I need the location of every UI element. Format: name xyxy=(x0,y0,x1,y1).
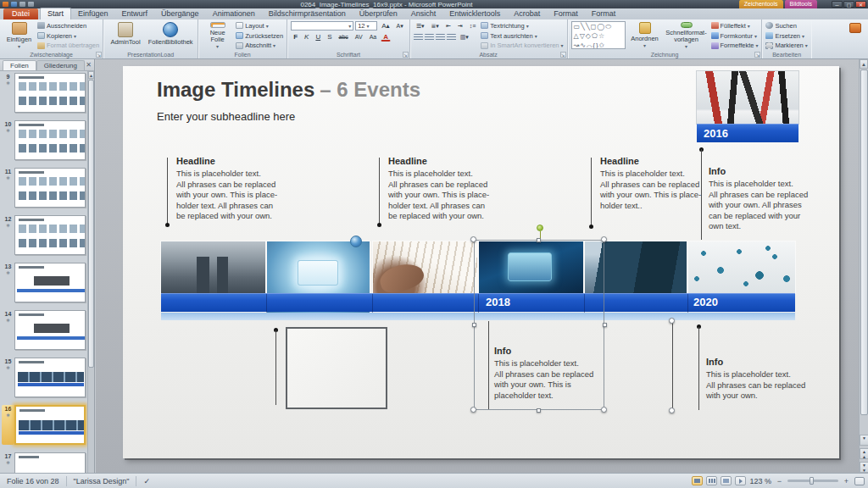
info-block-right[interactable]: Info This is placeholder text. All phras… xyxy=(706,357,805,402)
selection-handle[interactable] xyxy=(669,318,675,324)
selection-handle[interactable] xyxy=(601,236,607,242)
shape-outline-button[interactable]: Formkontur▾ xyxy=(711,31,759,41)
replace-button[interactable]: Ersetzen▾ xyxy=(765,31,807,41)
columns-button[interactable]: ▥▾ xyxy=(458,32,471,42)
shape-effects-button[interactable]: Formeffekte▾ xyxy=(711,41,759,50)
tab-uebergaenge[interactable]: Übergänge xyxy=(154,8,206,19)
bold-button[interactable]: F xyxy=(291,32,300,42)
numbering-button[interactable]: ≣▾ xyxy=(429,21,442,30)
panel-close-icon[interactable]: ✕ xyxy=(86,60,92,70)
copy-button[interactable]: Kopieren▾ xyxy=(37,31,99,41)
info-block-center[interactable]: Info This is placeholder text. All phras… xyxy=(494,346,593,401)
fit-to-window-button[interactable] xyxy=(854,477,865,485)
timeline-photo-people-network[interactable] xyxy=(688,241,795,293)
empty-placeholder-box[interactable] xyxy=(286,327,387,409)
slide-subtitle[interactable]: Enter your subheadline here xyxy=(157,110,295,123)
tab-format-bildtools[interactable]: Format xyxy=(585,8,623,19)
zoom-slider-thumb[interactable] xyxy=(810,477,814,485)
panel-scroll-thumb[interactable] xyxy=(88,80,94,368)
bullets-button[interactable]: ☰▾ xyxy=(414,21,427,30)
drawing-dialog-launcher[interactable]: ↘ xyxy=(754,52,760,58)
slide-thumbnail-10[interactable]: 10∗ xyxy=(2,120,88,160)
strikethrough-button[interactable]: abc xyxy=(337,32,351,42)
drawing-tools-header[interactable]: Zeichentools xyxy=(739,0,783,8)
selection-handle[interactable] xyxy=(537,238,541,242)
new-slide-button[interactable]: Neue Folie▾ xyxy=(202,21,233,50)
slide-thumbnail-15[interactable]: 15∗ xyxy=(2,358,88,397)
scroll-down-icon[interactable]: ▼ xyxy=(860,435,868,446)
panel-tab-folien[interactable]: Folien xyxy=(3,60,36,70)
selection-handle[interactable] xyxy=(669,408,675,413)
tab-einfuegen[interactable]: Einfügen xyxy=(71,8,115,19)
tab-start[interactable]: Start xyxy=(40,8,71,19)
undo-icon[interactable] xyxy=(19,2,25,7)
tab-entwurf[interactable]: Entwurf xyxy=(115,8,155,19)
selection-handle[interactable] xyxy=(537,408,541,413)
scroll-thumb[interactable] xyxy=(860,69,868,415)
text-direction-button[interactable]: Textrichtung▾ xyxy=(481,21,563,30)
decrease-indent-button[interactable]: ⇤ xyxy=(443,21,453,30)
change-case-button[interactable]: Aa xyxy=(367,32,380,42)
slide-sorter-view-button[interactable] xyxy=(706,476,717,485)
selection-handle[interactable] xyxy=(601,407,607,413)
headline-block-2[interactable]: Headline This is placeholder text. All p… xyxy=(388,156,489,222)
section-button[interactable]: Abschnitt▾ xyxy=(236,41,283,50)
vertical-scrollbar[interactable]: ▲ ▼ ▲▲ ▼▼ xyxy=(859,59,868,473)
align-left-button[interactable] xyxy=(414,34,423,41)
tab-ansicht[interactable]: Ansicht xyxy=(404,8,443,19)
paragraph-dialog-launcher[interactable]: ↘ xyxy=(560,52,566,58)
rotation-handle[interactable] xyxy=(537,225,543,231)
reset-button[interactable]: Zurücksetzen xyxy=(236,31,283,41)
slide-thumbnail-9[interactable]: 9∗ xyxy=(2,73,88,113)
minimize-button[interactable]: ─ xyxy=(832,1,843,8)
headline-block-3[interactable]: Headline This is placeholder text. All p… xyxy=(600,156,701,211)
slide-thumbnail-17[interactable]: 17∗ xyxy=(2,452,88,473)
tab-acrobat[interactable]: Acrobat xyxy=(507,8,547,19)
character-spacing-button[interactable]: AV xyxy=(353,32,365,42)
arrange-button[interactable]: Anordnen▾ xyxy=(628,21,662,50)
slide-thumbnail-13[interactable]: 13∗ xyxy=(2,263,88,302)
timeline-photo-lobby[interactable] xyxy=(161,241,265,293)
save-icon[interactable] xyxy=(11,2,17,7)
slide-16[interactable]: Image Timelines– 6 Events Enter your sub… xyxy=(123,66,839,458)
folienbibliothek-button[interactable]: FolienBibliothek xyxy=(147,21,194,50)
panel-scroll-up-icon[interactable]: ▲ xyxy=(88,71,94,79)
selection-handle[interactable] xyxy=(603,323,607,327)
selection-handle[interactable] xyxy=(470,236,476,242)
font-dialog-launcher[interactable]: ↘ xyxy=(403,52,409,58)
increase-indent-button[interactable]: ⇥ xyxy=(455,21,465,30)
underline-button[interactable]: U xyxy=(313,32,323,42)
slide-thumbnail-12[interactable]: 12∗ xyxy=(2,215,88,255)
normal-view-button[interactable] xyxy=(692,476,703,485)
timeline-photo-hand-keyboard[interactable] xyxy=(373,241,477,293)
convert-smartart-button[interactable]: In SmartArt konvertieren▾ xyxy=(481,41,563,50)
font-color-button[interactable]: A xyxy=(381,32,391,42)
info-block-top[interactable]: Info This is placeholder text. All phras… xyxy=(709,166,808,232)
decrease-font-icon[interactable]: A▾ xyxy=(394,21,406,30)
cut-button[interactable]: Ausschneiden xyxy=(37,21,99,30)
align-right-button[interactable] xyxy=(436,34,445,41)
tab-bildschirmpraesentation[interactable]: Bildschirmpräsentation xyxy=(262,8,353,19)
selection-handle[interactable] xyxy=(470,407,476,413)
tab-datei[interactable]: Datei xyxy=(3,8,38,19)
redo-icon[interactable] xyxy=(28,2,34,7)
text-shadow-button[interactable]: S xyxy=(325,32,334,42)
picture-tools-header[interactable]: Bildtools xyxy=(785,0,817,8)
reading-view-button[interactable] xyxy=(721,476,732,485)
shapes-gallery[interactable]: ▭╲╲◻◯⬭ △▽◇⬠☆ ↝∿⌒{}✩ xyxy=(571,21,626,49)
slide-thumbnail-16[interactable]: 16∗ xyxy=(2,405,88,445)
zoom-out-button[interactable]: − xyxy=(775,477,784,485)
admintool-button[interactable]: AdminTool xyxy=(107,21,144,50)
slideshow-view-button[interactable] xyxy=(735,476,746,485)
font-size-select[interactable]: 12▾ xyxy=(355,21,377,30)
tab-animationen[interactable]: Animationen xyxy=(206,8,262,19)
headline-block-1[interactable]: Headline This is placeholder text. All p… xyxy=(176,156,277,222)
line-spacing-button[interactable]: ↕≡ xyxy=(467,21,479,30)
selection-handle[interactable] xyxy=(472,323,476,327)
slide-thumbnail-11[interactable]: 11∗ xyxy=(2,168,88,208)
font-family-select[interactable]: ▾ xyxy=(291,21,353,30)
powerpoint-logo-icon[interactable] xyxy=(3,2,8,7)
maximize-button[interactable]: ▢ xyxy=(843,1,854,8)
find-button[interactable]: Suchen xyxy=(765,21,807,30)
tab-format-zeichentools[interactable]: Format xyxy=(547,8,585,19)
